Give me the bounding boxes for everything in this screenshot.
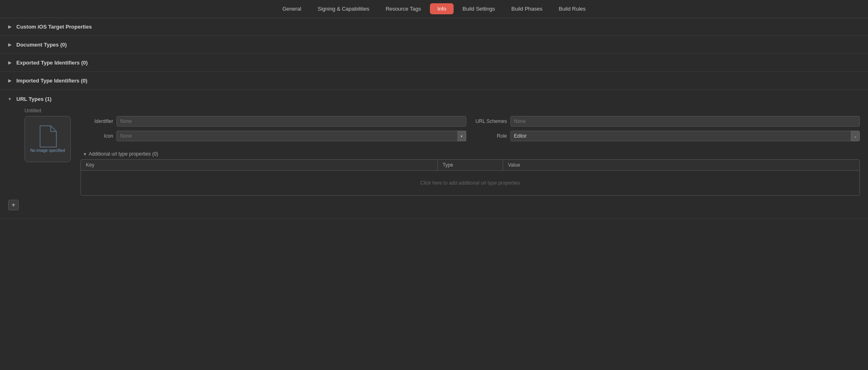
fields-columns: Identifier Icon ▾ [81,116,860,141]
additional-props-title: Additional url type properties (0) [89,151,158,157]
icon-label: Icon [81,133,113,139]
tab-bar: General Signing & Capabilities Resource … [0,0,868,18]
tab-info[interactable]: Info [430,3,454,14]
section-document-types[interactable]: ▶ Document Types (0) [0,36,868,54]
icon-row: Icon ▾ [81,131,466,141]
tab-general[interactable]: General [275,3,309,14]
role-select-wrapper: None Editor Viewer Shell ⌄ [510,131,860,141]
tab-resource-tags[interactable]: Resource Tags [378,3,428,14]
role-row: Role None Editor Viewer Shell ⌄ [474,131,860,141]
section-custom-ios[interactable]: ▶ Custom iOS Target Properties [0,18,868,36]
identifier-label: Identifier [81,118,113,124]
url-entry-main: No image specified Identifier [25,116,860,196]
props-table-empty[interactable]: Click here to add additional url type pr… [81,171,859,195]
identifier-input[interactable] [116,116,466,127]
additional-props-section: ▾ Additional url type properties (0) Key… [81,149,860,196]
col-type-header: Type [438,160,503,170]
additional-chevron-icon: ▾ [84,152,86,157]
url-type-entry-container: Untitled No image specified [8,108,860,196]
chevron-right-icon: ▶ [7,24,13,30]
icon-placeholder-text: No image specified [30,148,65,154]
section-exported-type[interactable]: ▶ Exported Type Identifiers (0) [0,54,868,72]
url-entry-name-label: Untitled [25,108,860,114]
url-fields: Identifier Icon ▾ [81,116,860,196]
url-schemes-label: URL Schemes [474,118,507,124]
role-dropdown-button[interactable]: ⌄ [851,131,860,141]
additional-props-header[interactable]: ▾ Additional url type properties (0) [81,149,860,159]
section-url-types-title: URL Types (1) [16,96,51,102]
main-content: ▶ Custom iOS Target Properties ▶ Documen… [0,18,868,219]
section-imported-type-title: Imported Type Identifiers (0) [16,78,87,84]
chevron-right-icon-2: ▶ [7,42,13,48]
col-key-header: Key [81,160,438,170]
section-exported-type-title: Exported Type Identifiers (0) [16,60,88,66]
section-imported-type[interactable]: ▶ Imported Type Identifiers (0) [0,72,868,90]
tab-build-rules[interactable]: Build Rules [551,3,593,14]
section-url-types-header[interactable]: ▾ URL Types (1) [0,90,868,108]
chevron-right-icon-4: ▶ [7,78,13,84]
role-select[interactable]: None Editor Viewer Shell [510,131,851,141]
url-types-body: Untitled No image specified [0,108,868,218]
identifier-row: Identifier [81,116,466,127]
url-schemes-input[interactable] [510,116,860,127]
section-url-types: ▾ URL Types (1) Untitled No image specif… [0,90,868,219]
url-icon-box[interactable]: No image specified [25,116,71,162]
left-field-column: Identifier Icon ▾ [81,116,466,141]
add-url-type-button[interactable]: + [8,200,19,210]
icon-dropdown-button[interactable]: ▾ [457,131,466,141]
props-table: Key Type Value Click here to add additio… [81,159,860,196]
tab-signing[interactable]: Signing & Capabilities [310,3,376,14]
url-schemes-row: URL Schemes [474,116,860,127]
section-custom-ios-title: Custom iOS Target Properties [16,24,92,30]
chevron-down-icon: ▾ [7,96,13,102]
col-value-header: Value [503,160,859,170]
document-icon [38,125,57,148]
tab-build-settings[interactable]: Build Settings [455,3,503,14]
props-table-header: Key Type Value [81,160,859,171]
right-field-column: URL Schemes Role None Editor [474,116,860,141]
icon-input[interactable] [116,131,457,141]
role-label: Role [474,133,507,139]
section-document-types-title: Document Types (0) [16,42,67,48]
icon-input-wrapper: ▾ [116,131,466,141]
tab-build-phases[interactable]: Build Phases [504,3,550,14]
chevron-right-icon-3: ▶ [7,60,13,66]
